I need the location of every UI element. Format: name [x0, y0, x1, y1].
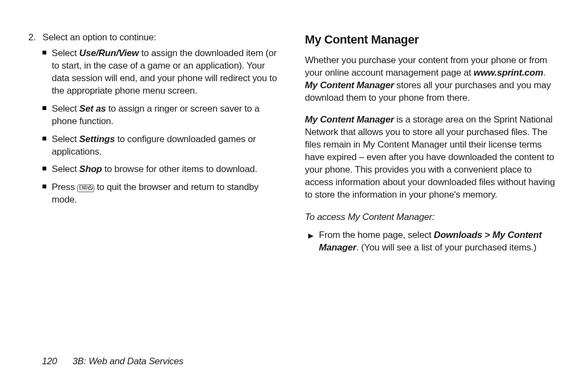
step-number: 2.: [28, 32, 38, 44]
page-footer: 120 3B: Web and Data Services: [42, 356, 183, 368]
option-text: Select Use/Run/View to assign the downlo…: [52, 47, 283, 97]
options-list: Select Use/Run/View to assign the downlo…: [42, 47, 283, 206]
access-subheading: To access My Content Manager:: [305, 211, 560, 224]
option-press-end: Press END⏻ to quit the browser and retur…: [42, 181, 283, 206]
step-2: 2. Select an option to continue:: [28, 32, 283, 44]
intro-paragraph: Whether you purchase your content from y…: [305, 54, 560, 105]
option-text: Select Settings to configure downloaded …: [52, 133, 283, 158]
page-number: 120: [42, 356, 57, 368]
section-heading: My Content Manager: [305, 32, 560, 48]
access-step-text: From the home page, select Downloads > M…: [319, 229, 560, 254]
option-use-run-view: Select Use/Run/View to assign the downlo…: [42, 47, 283, 97]
left-column: 2. Select an option to continue: Select …: [28, 32, 283, 254]
square-bullet-icon: [42, 51, 46, 54]
square-bullet-icon: [42, 137, 46, 140]
section-title: 3B: Web and Data Services: [72, 356, 183, 366]
option-settings: Select Settings to configure downloaded …: [42, 133, 283, 158]
manual-page: 2. Select an option to continue: Select …: [0, 0, 588, 254]
square-bullet-icon: [42, 167, 46, 170]
end-key-icon: END⏻: [77, 185, 94, 192]
access-step: ▶ From the home page, select Downloads >…: [308, 229, 560, 254]
step-text: Select an option to continue:: [42, 32, 156, 44]
option-set-as: Select Set as to assign a ringer or scre…: [42, 103, 283, 128]
option-text: Select Set as to assign a ringer or scre…: [52, 103, 283, 128]
description-paragraph: My Content Manager is a storage area on …: [305, 114, 560, 201]
square-bullet-icon: [42, 106, 46, 110]
right-column: My Content Manager Whether you purchase …: [305, 32, 560, 254]
option-text: Select Shop to browse for other items to…: [52, 163, 257, 176]
option-text: Press END⏻ to quit the browser and retur…: [52, 181, 283, 206]
square-bullet-icon: [42, 185, 46, 188]
triangle-bullet-icon: ▶: [308, 231, 314, 254]
option-shop: Select Shop to browse for other items to…: [42, 163, 283, 176]
